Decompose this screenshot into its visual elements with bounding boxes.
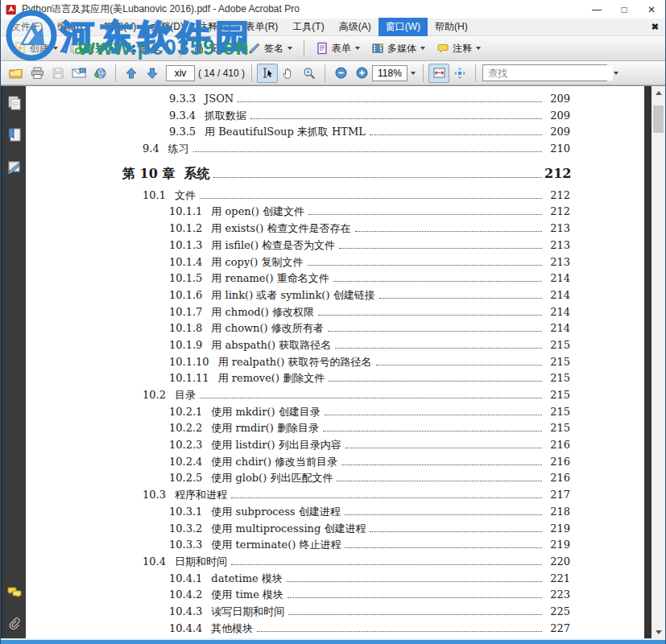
- task-toolbar: 创建 合并 协作 安全 签名 表单: [1, 36, 665, 61]
- bookmarks-panel-icon[interactable]: [7, 128, 22, 142]
- fit-page-icon: [453, 67, 466, 80]
- forms-button[interactable]: 表单: [311, 39, 365, 58]
- menu-item[interactable]: 注释(C): [191, 18, 238, 36]
- menu-item[interactable]: 表单(R): [238, 18, 286, 36]
- email-button[interactable]: [68, 64, 89, 83]
- multimedia-button[interactable]: 多媒体: [366, 39, 430, 58]
- scrollbar-thumb[interactable]: [653, 105, 664, 133]
- toc-dot-leader: [379, 298, 542, 299]
- save-button[interactable]: [48, 64, 68, 83]
- zoom-in-button[interactable]: [351, 64, 372, 83]
- toc-dot-leader: [318, 315, 542, 316]
- close-button[interactable]: ✕: [638, 0, 665, 19]
- toc-entry-title: 使用 chdir() 修改当前目录: [211, 454, 337, 471]
- previous-page-button[interactable]: [121, 64, 142, 83]
- toc-entry: 9.3.4抓取数据209: [26, 108, 644, 125]
- menu-item[interactable]: 文档(D): [143, 18, 191, 36]
- toc-entry-number: 10.1.1: [169, 204, 202, 221]
- toc-dot-leader: [200, 398, 542, 398]
- toc-list: 9.3.3JSON2099.3.4抓取数据2099.3.5用 Beautiful…: [26, 86, 644, 638]
- pages-panel-icon[interactable]: [7, 96, 22, 110]
- window-title: Python语言及其应用(美Lubanovic 2016).pdf - Adob…: [22, 2, 300, 16]
- toc-entry-number: 10.2.1: [169, 404, 202, 421]
- toc-entry-number: 10.3: [143, 487, 166, 504]
- zoom-level-input[interactable]: [372, 65, 407, 81]
- hand-tool-button[interactable]: [278, 64, 299, 83]
- toc-entry-page: 217: [544, 487, 570, 504]
- collaborate-button[interactable]: 协作: [120, 39, 174, 58]
- toc-entry-page: 212: [544, 166, 570, 183]
- create-button[interactable]: 创建: [9, 39, 63, 58]
- triangle-up-icon: [656, 91, 662, 95]
- combine-button[interactable]: 合并: [64, 39, 118, 58]
- select-tool-button[interactable]: [257, 64, 278, 83]
- fit-page-button[interactable]: [449, 64, 470, 83]
- toc-dot-leader: [325, 415, 542, 415]
- toc-entry-title: 用 chown() 修改所有者: [211, 320, 323, 337]
- maximize-button[interactable]: □: [610, 0, 638, 19]
- signatures-panel-icon[interactable]: [7, 160, 22, 175]
- toc-dot-leader: [193, 151, 542, 152]
- menu-item[interactable]: 视图(V): [97, 18, 143, 36]
- magnifier-icon: [303, 67, 316, 80]
- toc-entry-number: 10.4: [143, 554, 166, 571]
- page-background-strip: [644, 86, 652, 638]
- toc-entry-title: 练习: [168, 141, 189, 158]
- forms-label: 表单: [332, 42, 351, 56]
- menu-item[interactable]: 编辑(E): [50, 18, 97, 36]
- toc-entry-title: 目录: [175, 387, 196, 404]
- find-input[interactable]: [483, 65, 613, 80]
- zoom-dropdown-button[interactable]: [407, 65, 418, 81]
- toc-entry-title: 用 abspath() 获取路径名: [211, 337, 331, 354]
- triangle-down-icon: [656, 630, 662, 634]
- menubar-close-icon[interactable]: ✖: [652, 22, 659, 32]
- page-number-input[interactable]: [166, 65, 195, 81]
- upload-button[interactable]: [89, 64, 110, 83]
- toc-dot-leader: [345, 514, 542, 515]
- document-page[interactable]: 9.3.3JSON2099.3.4抓取数据2099.3.5用 Beautiful…: [26, 86, 644, 638]
- print-button[interactable]: [27, 64, 48, 83]
- toc-entry-number: 10.4.3: [169, 604, 202, 621]
- open-button[interactable]: [6, 64, 27, 83]
- toc-entry-page: 215: [544, 420, 570, 437]
- toc-entry-number: 第 10 章: [122, 166, 175, 183]
- vertical-scrollbar[interactable]: [652, 86, 665, 638]
- chevron-down-icon: [53, 47, 58, 50]
- navigation-panel-sidebar: [1, 86, 26, 638]
- marquee-zoom-button[interactable]: [299, 64, 320, 83]
- menu-item[interactable]: 窗口(W): [379, 18, 428, 36]
- toc-dot-leader: [238, 101, 542, 102]
- toolbar-separator: [180, 39, 181, 57]
- toc-entry: 9.4练习210: [26, 141, 644, 158]
- menu-item[interactable]: 文件(F): [4, 18, 50, 36]
- toc-entry-title: 使用 multiprocessing 创建进程: [211, 521, 366, 538]
- toc-entry: 10.4.1datetime 模块221: [26, 571, 644, 588]
- find-dropdown-button[interactable]: [613, 65, 618, 81]
- next-page-button[interactable]: [142, 64, 163, 83]
- menu-item[interactable]: 高级(A): [332, 18, 379, 36]
- zoom-out-button[interactable]: [330, 64, 351, 83]
- comments-panel-icon[interactable]: [7, 585, 22, 600]
- menu-item[interactable]: 工具(T): [285, 18, 331, 36]
- toc-entry: 10.4.4其他模块227: [26, 621, 644, 638]
- toc-entry: 10.3程序和进程217: [26, 487, 644, 504]
- toc-entry-number: 10.3.1: [169, 504, 202, 521]
- attachments-panel-icon[interactable]: [7, 617, 22, 632]
- chevron-down-icon: [411, 72, 416, 75]
- toc-entry-number: 9.4: [143, 141, 159, 158]
- toc-entry-page: 213: [544, 221, 570, 237]
- scroll-up-button[interactable]: [652, 86, 665, 99]
- toc-entry: 9.3.3JSON209: [26, 91, 644, 108]
- arrow-down-icon: [146, 67, 159, 80]
- comment-button[interactable]: 注释: [432, 39, 486, 58]
- toc-dot-leader: [376, 365, 542, 365]
- secure-button[interactable]: 安全: [188, 39, 242, 58]
- fit-width-button[interactable]: [428, 64, 449, 83]
- zoom-out-icon: [335, 67, 347, 79]
- menu-item[interactable]: 帮助(H): [428, 18, 475, 36]
- toc-entry-page: 215: [544, 370, 570, 387]
- toc-entry-number: 10.2.5: [169, 470, 202, 487]
- scroll-down-button[interactable]: [652, 625, 665, 638]
- minimize-button[interactable]: —: [583, 0, 610, 19]
- sign-button[interactable]: 签名: [243, 39, 297, 58]
